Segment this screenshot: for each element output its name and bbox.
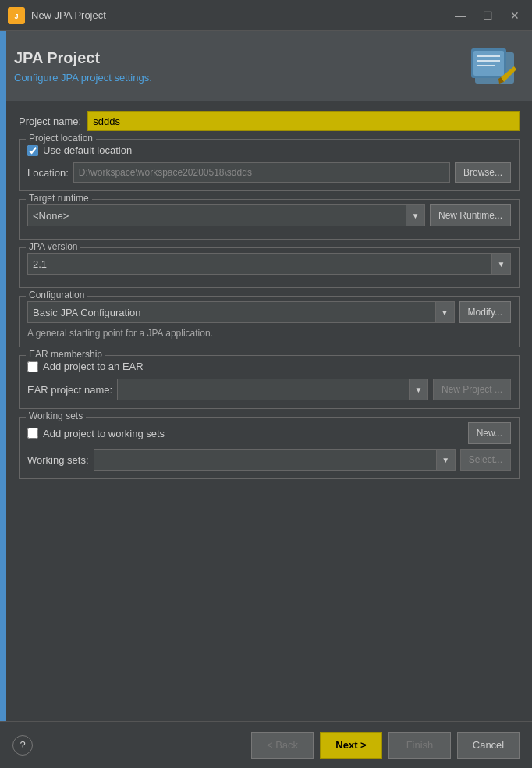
location-label: Location:: [27, 167, 69, 179]
configuration-arrow[interactable]: ▼: [436, 301, 455, 323]
left-accent-stripe: [0, 31, 6, 768]
header-text: JPA Project Configure JPA project settin…: [14, 49, 463, 84]
add-to-working-sets-checkbox[interactable]: [27, 428, 38, 439]
ear-input-wrap: ▼: [117, 379, 428, 400]
dialog-content: Project name: Project location Use defau…: [6, 101, 532, 496]
jpa-version-legend: JPA version: [26, 241, 80, 252]
working-sets-fieldset: Working sets Add project to working sets…: [19, 417, 520, 479]
app-icon: J: [8, 7, 25, 24]
new-runtime-button[interactable]: New Runtime...: [430, 204, 511, 226]
target-runtime-select[interactable]: <None>: [27, 204, 406, 226]
configuration-dropdown-wrap: Basic JPA Configuration ▼: [27, 301, 455, 323]
svg-rect-4: [473, 51, 504, 76]
project-name-label: Project name:: [19, 116, 81, 127]
working-sets-input-row: Working sets: ▼ Select...: [27, 449, 511, 471]
use-default-location-label: Use default location: [43, 144, 132, 156]
target-runtime-arrow[interactable]: ▼: [406, 204, 425, 226]
ear-membership-fieldset: EAR membership Add project to an EAR EAR…: [19, 355, 520, 409]
ear-dropdown-arrow[interactable]: ▼: [410, 379, 428, 400]
working-sets-input[interactable]: [94, 449, 437, 471]
project-name-row: Project name:: [19, 111, 520, 131]
configuration-fieldset: Configuration Basic JPA Configuration ▼ …: [19, 296, 520, 347]
project-name-input[interactable]: [87, 111, 520, 131]
svg-text:J: J: [14, 12, 18, 20]
target-runtime-legend: Target runtime: [26, 193, 92, 204]
maximize-button[interactable]: ☐: [478, 8, 498, 23]
working-sets-new-button[interactable]: New...: [468, 422, 511, 444]
project-location-fieldset: Project location Use default location Lo…: [19, 139, 520, 191]
add-to-ear-label: Add project to an EAR: [43, 361, 144, 372]
header-icon: [471, 44, 518, 87]
target-runtime-fieldset: Target runtime <None> ▼ New Runtime...: [19, 199, 520, 240]
ear-project-row: EAR project name: ▼ New Project ...: [27, 379, 511, 400]
browse-button[interactable]: Browse...: [455, 162, 511, 183]
location-row: Location: Browse...: [27, 162, 511, 183]
footer-buttons: < Back Next > Finish Cancel: [251, 732, 520, 759]
target-runtime-row: <None> ▼ New Runtime...: [27, 204, 511, 226]
header-subtitle: Configure JPA project settings.: [14, 72, 463, 84]
configuration-description: A general starting point for a JPA appli…: [27, 328, 511, 339]
titlebar: J New JPA Project — ☐ ✕: [0, 0, 532, 31]
cancel-button[interactable]: Cancel: [457, 732, 520, 759]
add-to-ear-checkbox[interactable]: [27, 361, 38, 372]
close-button[interactable]: ✕: [505, 8, 524, 23]
configuration-select[interactable]: Basic JPA Configuration: [27, 301, 436, 323]
working-sets-arrow[interactable]: ▼: [437, 449, 456, 471]
help-button[interactable]: ?: [12, 735, 33, 756]
ear-project-label: EAR project name:: [27, 384, 112, 396]
working-sets-label: Working sets:: [27, 454, 89, 466]
ear-project-input[interactable]: [117, 379, 410, 400]
finish-button[interactable]: Finish: [388, 732, 451, 759]
next-button[interactable]: Next >: [320, 732, 382, 759]
working-sets-select-button: Select...: [460, 449, 511, 471]
project-location-legend: Project location: [26, 133, 96, 144]
working-sets-input-wrap: ▼: [94, 449, 456, 471]
use-default-location-checkbox[interactable]: [27, 145, 38, 156]
add-to-ear-row: Add project to an EAR: [27, 361, 511, 372]
dialog-header: JPA Project Configure JPA project settin…: [0, 31, 532, 101]
add-to-working-sets-label: Add project to working sets: [43, 428, 165, 439]
use-default-location-row: Use default location: [27, 144, 511, 156]
modify-button[interactable]: Modify...: [459, 301, 511, 323]
header-title: JPA Project: [14, 49, 463, 67]
minimize-button[interactable]: —: [450, 8, 470, 23]
configuration-row: Basic JPA Configuration ▼ Modify...: [27, 301, 511, 323]
location-input[interactable]: [73, 162, 450, 183]
ear-membership-legend: EAR membership: [26, 349, 105, 360]
dialog-footer: ? < Back Next > Finish Cancel: [0, 721, 532, 768]
new-project-button: New Project ...: [433, 379, 511, 400]
configuration-legend: Configuration: [26, 290, 87, 300]
working-sets-legend: Working sets: [26, 411, 86, 421]
back-button[interactable]: < Back: [251, 732, 314, 759]
jpa-version-select[interactable]: 2.1 2.0 1.0: [27, 253, 492, 275]
jpa-version-arrow[interactable]: ▼: [492, 253, 511, 275]
jpa-version-fieldset: JPA version 2.1 2.0 1.0 ▼: [19, 247, 520, 288]
target-runtime-dropdown-wrap: <None> ▼: [27, 204, 425, 226]
add-to-working-sets-row: Add project to working sets: [27, 428, 165, 439]
window-controls: — ☐ ✕: [450, 8, 524, 23]
jpa-version-row: 2.1 2.0 1.0 ▼: [27, 253, 511, 275]
window-title: New JPA Project: [31, 9, 450, 21]
